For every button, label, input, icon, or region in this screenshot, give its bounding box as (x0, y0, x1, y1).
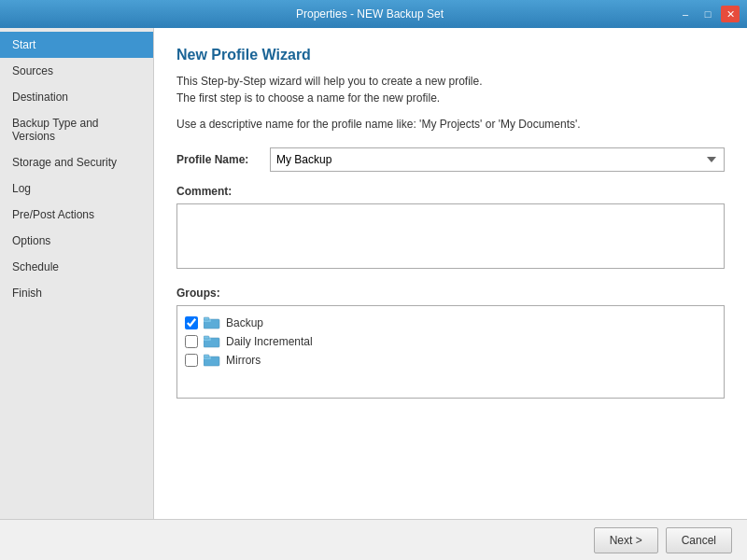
groups-label: Groups: (176, 287, 725, 300)
profile-name-select[interactable]: My Backup (270, 147, 725, 172)
main-container: Start Sources Destination Backup Type an… (0, 28, 747, 560)
sidebar-item-finish[interactable]: Finish (0, 280, 153, 306)
close-button[interactable]: ✕ (721, 6, 740, 22)
groups-section: Groups: Backup (176, 287, 725, 399)
svg-rect-8 (204, 355, 209, 357)
sidebar-item-pre-post[interactable]: Pre/Post Actions (0, 202, 153, 228)
titlebar: Properties - NEW Backup Set – □ ✕ (0, 0, 747, 28)
sidebar-item-log[interactable]: Log (0, 175, 153, 202)
next-button[interactable]: Next > (594, 527, 658, 553)
window-title: Properties - NEW Backup Set (63, 7, 676, 21)
sidebar-item-backup-type[interactable]: Backup Type and Versions (0, 110, 153, 149)
group-checkbox-daily-incremental[interactable] (185, 335, 198, 348)
svg-rect-2 (204, 317, 209, 320)
minimize-button[interactable]: – (676, 6, 695, 22)
sidebar-item-options[interactable]: Options (0, 228, 153, 254)
wizard-title: New Profile Wizard (176, 47, 725, 63)
window-controls: – □ ✕ (676, 6, 740, 22)
profile-name-row: Profile Name: My Backup (176, 147, 725, 172)
cancel-button[interactable]: Cancel (666, 527, 732, 553)
folder-icon-mirrors (204, 354, 220, 367)
group-item-daily-incremental: Daily Incremental (185, 332, 716, 351)
sidebar-item-destination[interactable]: Destination (0, 84, 153, 110)
wizard-description: This Step-by-Step wizard will help you t… (176, 73, 725, 106)
folder-icon-backup (204, 316, 220, 329)
sidebar-item-start[interactable]: Start (0, 32, 153, 58)
svg-rect-5 (204, 336, 209, 339)
groups-box: Backup Daily Incremental (176, 305, 725, 399)
sidebar-item-storage-security[interactable]: Storage and Security (0, 149, 153, 175)
group-label-mirrors: Mirrors (226, 354, 261, 367)
group-label-daily-incremental: Daily Incremental (226, 335, 313, 348)
wizard-hint: Use a descriptive name for the profile n… (176, 118, 725, 131)
group-checkbox-mirrors[interactable] (185, 354, 198, 367)
bottom-bar: Next > Cancel (0, 519, 747, 560)
sidebar-item-schedule[interactable]: Schedule (0, 254, 153, 280)
description-line2: The first step is to choose a name for t… (176, 91, 440, 105)
group-item-mirrors: Mirrors (185, 351, 716, 370)
group-item-backup: Backup (185, 314, 716, 332)
group-label-backup: Backup (226, 316, 263, 329)
sidebar-item-sources[interactable]: Sources (0, 58, 153, 84)
comment-section: Comment: (176, 185, 725, 272)
content-area: New Profile Wizard This Step-by-Step wiz… (154, 28, 747, 560)
maximize-button[interactable]: □ (698, 6, 717, 22)
description-line1: This Step-by-Step wizard will help you t… (176, 75, 483, 88)
comment-label: Comment: (176, 185, 725, 198)
group-checkbox-backup[interactable] (185, 316, 198, 329)
comment-textarea[interactable] (176, 203, 725, 269)
folder-icon-daily-incremental (204, 335, 220, 348)
sidebar: Start Sources Destination Backup Type an… (0, 28, 154, 560)
profile-name-label: Profile Name: (176, 153, 270, 166)
